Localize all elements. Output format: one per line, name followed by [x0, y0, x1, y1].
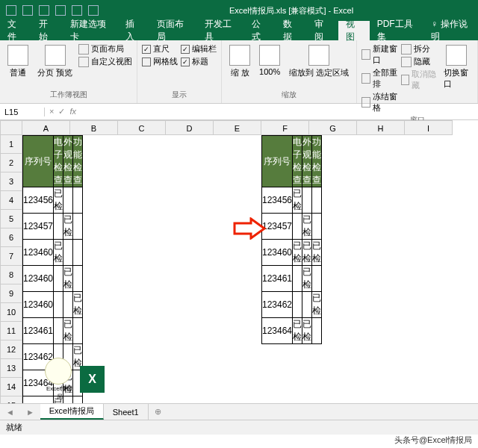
col-header[interactable]: A [22, 120, 70, 135]
cell[interactable]: 123460 [23, 240, 54, 266]
qat-icon[interactable] [72, 5, 82, 16]
row-header[interactable]: 12 [0, 340, 22, 359]
cell[interactable]: 123456 [262, 187, 293, 214]
sheet-tab[interactable]: Sheet1 [104, 404, 149, 420]
row-header[interactable]: 4 [0, 191, 22, 210]
undo-icon[interactable] [22, 5, 33, 16]
cancel-icon[interactable]: × [49, 107, 54, 116]
zoom-selection-button[interactable]: 缩放到 选定区域 [286, 43, 352, 80]
cell[interactable] [54, 292, 63, 318]
cell[interactable]: 已检 [73, 292, 83, 318]
cell[interactable]: 123457 [23, 214, 54, 240]
show-checkbox[interactable]: ✓直尺 [142, 43, 178, 55]
cell[interactable]: 已检 [302, 266, 312, 292]
col-header[interactable]: I [405, 120, 453, 135]
row-header[interactable]: 8 [0, 266, 22, 284]
cell[interactable]: 123460 [262, 240, 293, 266]
hide-button[interactable]: 隐藏 [401, 56, 438, 67]
show-checkbox[interactable]: 网格线 [142, 56, 178, 67]
unhide-button[interactable]: 取消隐藏 [401, 69, 438, 91]
cell[interactable]: 123460 [23, 266, 54, 292]
cell[interactable]: 已检 [293, 240, 302, 266]
row-header[interactable]: 10 [0, 303, 22, 322]
row-header[interactable]: 5 [0, 210, 22, 228]
cell[interactable]: 123460 [23, 292, 54, 318]
cell[interactable] [73, 214, 83, 240]
menu-tab-7[interactable]: 数据 [276, 21, 307, 40]
menu-tab-10[interactable]: PDF工具集 [370, 21, 426, 40]
table-header[interactable]: 电子检查 [54, 136, 63, 187]
row-header[interactable]: 2 [0, 154, 22, 172]
cell[interactable] [73, 318, 83, 344]
menu-tab-3[interactable]: 插入 [118, 21, 149, 40]
menu-tab-9[interactable]: 视图 [338, 21, 370, 40]
table-row[interactable]: 123456已检 [23, 187, 83, 214]
cell[interactable] [63, 292, 73, 318]
cell[interactable] [293, 292, 302, 318]
table-row[interactable]: 123462已检 [262, 292, 322, 318]
menu-tab-5[interactable]: 开发工具 [197, 21, 245, 40]
cell[interactable] [63, 187, 73, 214]
cell[interactable]: 123462 [262, 292, 293, 318]
table-header[interactable]: 电子检查 [293, 136, 302, 187]
zoom-100-button[interactable]: 100% [256, 43, 283, 80]
check-icon[interactable]: ✓ [58, 107, 65, 116]
cell[interactable]: 已检 [63, 318, 73, 344]
cell[interactable]: 已检 [312, 240, 322, 266]
cell[interactable] [312, 266, 322, 292]
col-header[interactable]: H [357, 120, 405, 135]
normal-view-button[interactable]: 普通 [4, 43, 31, 80]
cell[interactable] [293, 266, 302, 292]
zoom-button[interactable]: 缩 放 [226, 43, 253, 80]
table-header[interactable]: 外观检查 [302, 136, 312, 187]
name-box[interactable]: L15 [0, 108, 45, 116]
cell[interactable]: 已检 [302, 240, 312, 266]
tell-me[interactable]: ♀ 操作说明 [425, 18, 478, 43]
row-header[interactable]: 7 [0, 247, 22, 266]
col-header[interactable]: C [118, 120, 166, 135]
row-header[interactable]: 14 [0, 378, 22, 396]
cell[interactable]: 123461 [262, 266, 293, 292]
split-button[interactable]: 拆分 [401, 43, 438, 55]
menu-tab-4[interactable]: 页面布局 [149, 21, 197, 40]
cell[interactable] [312, 187, 322, 214]
redo-icon[interactable] [39, 5, 49, 16]
table-row[interactable]: 123461已检 [23, 318, 83, 344]
col-header[interactable]: F [261, 120, 309, 135]
sheet-tab[interactable]: Excel情报局 [40, 404, 104, 420]
cell[interactable]: 已检 [302, 318, 312, 344]
cell[interactable] [312, 318, 322, 344]
table-row[interactable]: 123460已检 [23, 292, 83, 318]
cell[interactable]: 已检 [293, 187, 302, 214]
cell[interactable]: 123461 [23, 318, 54, 344]
show-checkbox[interactable]: ✓编辑栏 [181, 43, 217, 55]
col-header[interactable]: B [70, 120, 118, 135]
cell[interactable]: 已检 [63, 214, 73, 240]
cell[interactable] [312, 214, 322, 240]
new-window-button[interactable]: 新建窗口 [361, 43, 398, 66]
table-row[interactable]: 123457已检 [23, 214, 83, 240]
table-header[interactable]: 序列号 [23, 136, 54, 187]
row-header[interactable]: 1 [0, 135, 22, 154]
column-headers[interactable]: ABCDEFGHI [22, 120, 453, 135]
cell[interactable] [302, 187, 312, 214]
select-all-corner[interactable] [0, 120, 22, 135]
cell[interactable] [54, 318, 63, 344]
table-row[interactable]: 123464已检已检 [262, 318, 322, 344]
menu-tab-0[interactable]: 文件 [0, 21, 31, 40]
qat-icon[interactable] [55, 5, 66, 16]
cell[interactable] [73, 240, 83, 266]
col-header[interactable]: E [214, 120, 261, 135]
menu-tab-1[interactable]: 开始 [31, 21, 63, 40]
table-row[interactable]: 123460已检 [23, 266, 83, 292]
arrange-all-button[interactable]: 全部重排 [361, 67, 398, 90]
spreadsheet-grid[interactable]: ABCDEFGHI 123456789101112131415 序列号电子检查外… [0, 120, 478, 404]
fx-icon[interactable]: fx [69, 107, 76, 116]
data-table-right[interactable]: 序列号电子检查外观检查功能检查123456已检123457已检123460已检已… [261, 135, 322, 344]
cell[interactable]: 已检 [293, 318, 302, 344]
custom-views-button[interactable]: 自定义视图 [78, 56, 132, 67]
row-header[interactable]: 13 [0, 359, 22, 378]
sheet-nav-prev-icon[interactable]: ◄ [0, 408, 20, 417]
cell[interactable]: 已检 [63, 266, 73, 292]
cell[interactable]: 已检 [312, 292, 322, 318]
